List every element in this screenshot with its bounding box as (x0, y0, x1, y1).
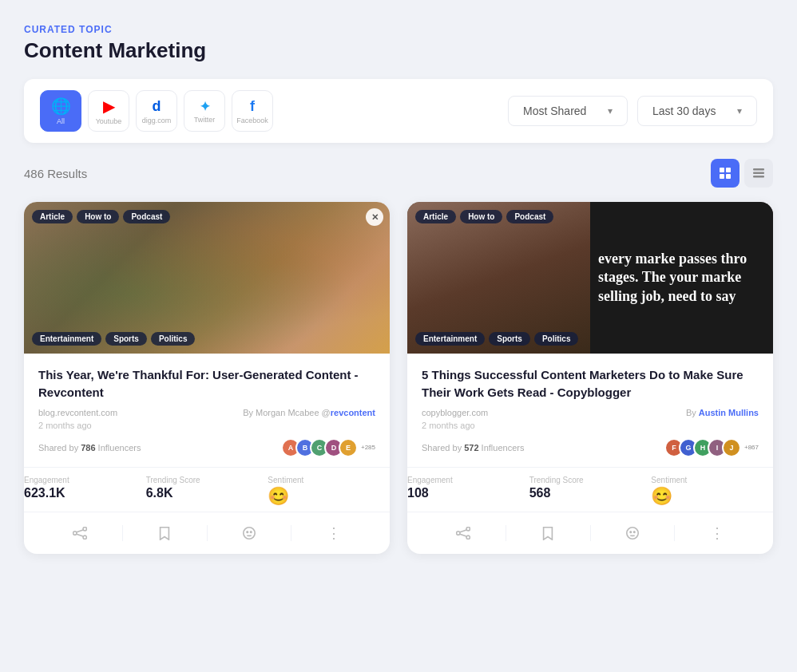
svg-point-15 (466, 527, 470, 530)
card-1-react-button[interactable] (208, 520, 291, 546)
card-2-avatar-stack: F G H I J +867 (664, 438, 759, 457)
card-1-sentiment: Sentiment 😊 (268, 476, 390, 507)
card-1-body: This Year, We're Thankful For: User-Gene… (24, 354, 390, 457)
card-1-trending-value: 6.8K (146, 486, 268, 500)
svg-rect-5 (753, 172, 764, 175)
sort-label: Most Shared (523, 105, 586, 117)
svg-line-10 (77, 530, 83, 532)
svg-line-19 (460, 534, 466, 536)
card-1-sentiment-label: Sentiment (268, 476, 390, 484)
card-2: every marke passes thro stages. The your… (407, 202, 773, 554)
youtube-icon: ▶ (103, 97, 115, 116)
card-2-react-button[interactable] (591, 520, 675, 546)
time-dropdown[interactable]: Last 30 days ▾ (637, 96, 757, 126)
globe-icon: 🌐 (51, 97, 71, 116)
grid-view-button[interactable] (711, 159, 740, 188)
card-1-top-tags: Article How to Podcast (32, 210, 170, 223)
svg-rect-3 (726, 174, 731, 179)
svg-point-21 (630, 531, 631, 532)
card-1-close-button[interactable]: ✕ (366, 208, 383, 226)
avatar-5: E (339, 438, 358, 457)
tag-howto-1[interactable]: How to (77, 210, 119, 223)
card-1-trending-label: Trending Score (146, 476, 268, 484)
tag-politics-2[interactable]: Politics (534, 332, 579, 346)
list-view-button[interactable] (744, 159, 773, 188)
svg-point-17 (457, 531, 460, 534)
svg-rect-1 (726, 168, 731, 172)
tag-entertainment-2[interactable]: Entertainment (415, 332, 485, 346)
bookmark-icon (158, 526, 171, 540)
card-1-share-button[interactable] (38, 520, 122, 546)
digg-icon: d (153, 98, 161, 115)
view-toggles (711, 159, 773, 188)
card-2-shared-text: Shared by 572 Influencers (422, 443, 524, 453)
card-1-shared-row: Shared by 786 Influencers A B C D E +285 (38, 438, 375, 457)
source-tab-all[interactable]: 🌐 All (40, 90, 81, 132)
tag-entertainment-1[interactable]: Entertainment (32, 332, 101, 346)
card-2-bookmark-button[interactable] (506, 520, 590, 546)
card-2-bottom-tags: Entertainment Sports Politics (415, 332, 578, 346)
tag-howto-2[interactable]: How to (460, 210, 502, 223)
card-2-shared-count: 572 (464, 443, 478, 453)
card-1-more-button[interactable]: ⋮ (291, 520, 375, 546)
source-tab-digg[interactable]: d digg.com (136, 90, 177, 132)
card-2-share-button[interactable] (422, 520, 506, 546)
tag-podcast-1[interactable]: Podcast (123, 210, 170, 223)
tag-politics-1[interactable]: Politics (151, 332, 196, 346)
card-1-bottom-tags: Entertainment Sports Politics (32, 332, 195, 346)
svg-rect-0 (720, 168, 724, 172)
svg-rect-2 (720, 174, 724, 179)
card-2-image-person (407, 202, 590, 354)
card-2-body: 5 Things Successful Content Marketers Do… (407, 354, 773, 457)
tag-sports-1[interactable]: Sports (105, 332, 147, 346)
svg-line-11 (77, 534, 83, 536)
tag-article-1[interactable]: Article (32, 210, 73, 223)
share-icon-2 (456, 527, 470, 540)
source-tab-twitter[interactable]: ✦ Twitter (184, 90, 225, 132)
card-1-author-link[interactable]: revcontent (331, 408, 375, 417)
card-1-bookmark-button[interactable] (123, 520, 207, 546)
svg-point-9 (73, 531, 77, 534)
svg-point-14 (250, 531, 251, 532)
svg-point-20 (627, 527, 638, 538)
card-2-actions: ⋮ (407, 512, 773, 554)
card-2-image-text-area: every marke passes thro stages. The your… (590, 202, 773, 354)
card-2-author: By Austin Mullins (686, 408, 759, 417)
react-icon-2 (625, 526, 640, 540)
source-tab-twitter-label: Twitter (194, 116, 216, 124)
card-2-more-button[interactable]: ⋮ (675, 520, 759, 546)
facebook-icon: f (250, 98, 255, 115)
card-2-title: 5 Things Successful Content Marketers Do… (422, 366, 759, 401)
card-1: Article How to Podcast Entertainment Spo… (24, 202, 390, 554)
svg-point-16 (466, 536, 470, 539)
sort-dropdown[interactable]: Most Shared ▾ (508, 96, 628, 126)
card-2-sentiment-emoji: 😊 (651, 486, 773, 507)
source-tab-digg-label: digg.com (142, 117, 172, 125)
time-chevron-icon: ▾ (737, 105, 742, 117)
toolbar-right: Most Shared ▾ Last 30 days ▾ (508, 96, 757, 126)
card-2-author-link[interactable]: Austin Mullins (699, 408, 759, 417)
curated-label: CURATED TOPIC (24, 24, 773, 35)
card-2-engagement-value: 108 (407, 486, 529, 500)
card-2-trending-label: Trending Score (529, 476, 652, 484)
card-1-source: blog.revcontent.com (38, 408, 117, 417)
toolbar: 🌐 All ▶ Youtube d digg.com ✦ Twitter f F… (24, 79, 773, 143)
source-tab-facebook[interactable]: f Facebook (232, 90, 273, 132)
source-tab-all-label: All (57, 117, 65, 125)
results-bar: 486 Results (24, 159, 773, 188)
tag-article-2[interactable]: Article (415, 210, 456, 223)
results-count: 486 Results (24, 167, 87, 180)
card-2-engagement-label: Engagement (407, 476, 529, 484)
cards-grid: Article How to Podcast Entertainment Spo… (24, 202, 773, 554)
avatar-10: J (722, 438, 741, 457)
tag-sports-2[interactable]: Sports (489, 332, 530, 346)
tag-podcast-2[interactable]: Podcast (506, 210, 553, 223)
card-1-engagement-value: 623.1K (24, 486, 146, 500)
svg-point-22 (633, 531, 634, 532)
card-1-trending: Trending Score 6.8K (146, 476, 268, 507)
source-tab-youtube[interactable]: ▶ Youtube (88, 90, 129, 132)
card-1-title: This Year, We're Thankful For: User-Gene… (38, 366, 375, 401)
card-1-shared-text: Shared by 786 Influencers (38, 443, 141, 453)
svg-point-13 (247, 531, 248, 532)
page-title: Content Marketing (24, 38, 773, 63)
